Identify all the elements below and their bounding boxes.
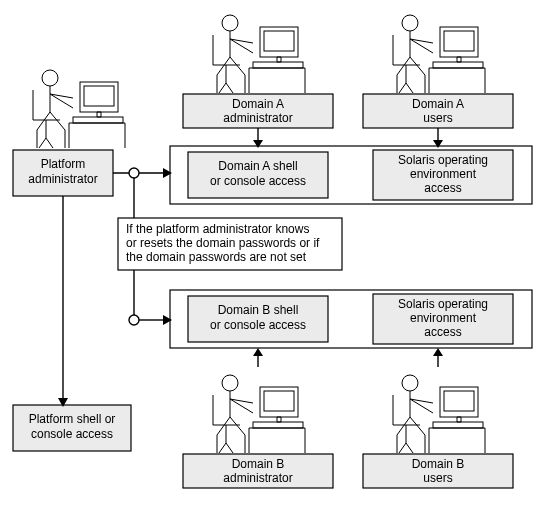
svg-rect-9 — [444, 31, 474, 51]
svg-text:Platform shell or: Platform shell or — [29, 412, 116, 426]
svg-text:Domain A shell: Domain A shell — [218, 159, 297, 173]
platform-shell-label-l2: console access — [31, 427, 113, 441]
domain-a-os-l2: environment — [410, 167, 477, 181]
domain-b-admin-l1: Domain B — [232, 457, 285, 471]
domain-b-users-l2: users — [423, 471, 452, 485]
domain-b-os-l3: access — [424, 325, 461, 339]
svg-point-15 — [222, 375, 238, 391]
svg-text:console access: console access — [31, 427, 113, 441]
condition-l1: If the platform administrator knows — [126, 222, 309, 236]
svg-text:environment: environment — [410, 167, 477, 181]
figure-domain-a-admin — [213, 15, 305, 93]
svg-text:Solaris operating: Solaris operating — [398, 297, 488, 311]
domain-b-os-l1: Solaris operating — [398, 297, 488, 311]
domain-a-admin-l1: Domain A — [232, 97, 284, 111]
svg-marker-60 — [253, 348, 263, 356]
platform-admin-label-l1: Platform — [41, 157, 86, 171]
platform-admin-label-l2: administrator — [28, 172, 97, 186]
domain-a-os-l1: Solaris operating — [398, 153, 488, 167]
domain-b-shell-l1: Domain B shell — [218, 303, 299, 317]
svg-text:environment: environment — [410, 311, 477, 325]
svg-text:Domain A: Domain A — [232, 97, 284, 111]
svg-text:administrator: administrator — [28, 172, 97, 186]
svg-rect-18 — [433, 422, 483, 428]
svg-rect-6 — [253, 62, 303, 68]
domain-a-users-l2: users — [423, 111, 452, 125]
svg-rect-10 — [433, 62, 483, 68]
condition-l3: the domain passwords are not set — [126, 250, 307, 264]
svg-text:Domain B: Domain B — [232, 457, 285, 471]
svg-text:access: access — [424, 325, 461, 339]
svg-point-52 — [129, 315, 139, 325]
svg-text:access: access — [424, 181, 461, 195]
svg-text:users: users — [423, 471, 452, 485]
svg-text:Domain A: Domain A — [412, 97, 464, 111]
figure-domain-b-admin — [213, 375, 305, 453]
svg-rect-13 — [264, 391, 294, 411]
figure-platform-admin — [33, 70, 125, 148]
svg-text:Domain B shell: Domain B shell — [218, 303, 299, 317]
svg-marker-62 — [433, 348, 443, 356]
svg-text:Platform: Platform — [41, 157, 86, 171]
domain-b-admin-l2: administrator — [223, 471, 292, 485]
svg-text:If the platform administrator : If the platform administrator knows — [126, 222, 309, 236]
figure-domain-b-users — [393, 375, 485, 453]
platform-shell-label-l1: Platform shell or — [29, 412, 116, 426]
condition-l2: or resets the domain passwords or if — [126, 236, 320, 250]
domain-a-admin-l2: administrator — [223, 111, 292, 125]
domain-a-shell-l1: Domain A shell — [218, 159, 297, 173]
svg-text:or resets the domain passwords: or resets the domain passwords or if — [126, 236, 320, 250]
figure-domain-a-users — [393, 15, 485, 93]
domain-a-os-l3: access — [424, 181, 461, 195]
svg-text:Solaris operating: Solaris operating — [398, 153, 488, 167]
svg-text:or console access: or console access — [210, 174, 306, 188]
svg-text:or console access: or console access — [210, 318, 306, 332]
svg-rect-5 — [264, 31, 294, 51]
domain-a-shell-l2: or console access — [210, 174, 306, 188]
domain-b-os-l2: environment — [410, 311, 477, 325]
svg-text:users: users — [423, 111, 452, 125]
svg-rect-2 — [73, 117, 123, 123]
svg-text:the domain passwords are not s: the domain passwords are not set — [126, 250, 307, 264]
svg-point-11 — [402, 15, 418, 31]
domain-b-shell-l2: or console access — [210, 318, 306, 332]
svg-rect-14 — [253, 422, 303, 428]
svg-text:Domain B: Domain B — [412, 457, 465, 471]
domain-a-users-l1: Domain A — [412, 97, 464, 111]
svg-point-3 — [42, 70, 58, 86]
svg-text:administrator: administrator — [223, 111, 292, 125]
svg-point-19 — [402, 375, 418, 391]
svg-rect-1 — [84, 86, 114, 106]
domain-b-users-l1: Domain B — [412, 457, 465, 471]
svg-rect-17 — [444, 391, 474, 411]
svg-point-47 — [129, 168, 139, 178]
svg-text:administrator: administrator — [223, 471, 292, 485]
svg-point-7 — [222, 15, 238, 31]
